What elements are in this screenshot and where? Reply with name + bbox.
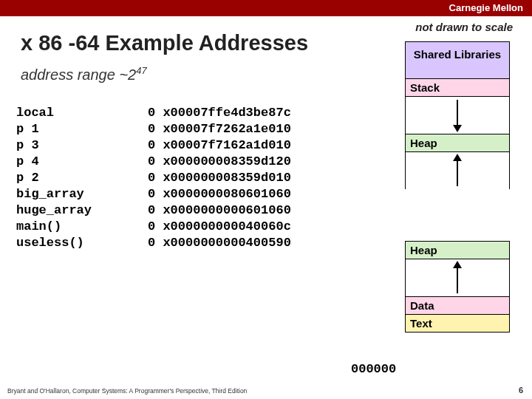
svg-marker-3: [453, 154, 462, 161]
sym-row: p 2: [16, 170, 92, 186]
slide-title: x 86 -64 Example Addresses: [21, 31, 308, 55]
sym-row: p 4: [16, 154, 92, 170]
address-range-subtitle: address range ~247: [21, 65, 147, 83]
addr-row: 0 x000000008359d010: [148, 170, 291, 186]
gap-heap-data: [405, 259, 510, 296]
memory-map: Shared Libraries Stack Heap Heap Data Te…: [405, 41, 510, 332]
sym-row: huge_array: [16, 202, 92, 219]
arrow-up-icon: [450, 152, 465, 189]
region-data: Data: [405, 296, 510, 314]
subtitle-prefix: address range ~2: [21, 66, 136, 83]
addr-row: 0 x0000000080601060: [148, 186, 291, 202]
addr-row: 0 x0000000000400590: [148, 235, 291, 251]
sym-row: local: [16, 105, 92, 121]
arrow-up-icon: [450, 259, 465, 296]
addr-row: 0 x000000008359d120: [148, 154, 291, 170]
sym-row: useless(): [16, 235, 92, 251]
subtitle-exponent: 47: [136, 65, 146, 76]
region-heap-upper: Heap: [405, 134, 510, 152]
addr-row: 0 x0000000000601060: [148, 202, 291, 219]
page-number: 6: [519, 386, 523, 395]
region-stack: Stack: [405, 78, 510, 97]
region-text: Text: [405, 314, 510, 332]
zero-address-label: 000000: [351, 362, 396, 376]
addr-row: 0 x000000000040060c: [148, 219, 291, 235]
not-drawn-label: not drawn to scale: [415, 21, 513, 33]
symbol-names-column: local p 1 p 3 p 4 p 2 big_array huge_arr…: [16, 105, 92, 251]
brand-text: Carnegie Mellon: [449, 2, 523, 13]
gap-heap: [405, 152, 510, 189]
sym-row: big_array: [16, 186, 92, 202]
large-gap: [405, 189, 510, 241]
svg-marker-1: [453, 125, 462, 132]
arrow-down-icon: [450, 97, 465, 134]
svg-marker-5: [453, 261, 462, 268]
addresses-column: 0 x00007ffe4d3be87c 0 x00007f7262a1e010 …: [148, 105, 291, 251]
addr-row: 0 x00007ffe4d3be87c: [148, 105, 291, 121]
sym-row: p 3: [16, 137, 92, 154]
region-shared-libs: Shared Libraries: [405, 41, 510, 78]
sym-row: p 1: [16, 121, 92, 137]
gap-stack-heap: [405, 97, 510, 134]
brand-bar: Carnegie Mellon: [0, 0, 532, 16]
sym-row: main(): [16, 219, 92, 235]
footer-citation: Bryant and O'Hallaron, Computer Systems:…: [7, 387, 247, 395]
addr-row: 0 x00007f7162a1d010: [148, 137, 291, 154]
region-heap-lower: Heap: [405, 241, 510, 259]
addr-row: 0 x00007f7262a1e010: [148, 121, 291, 137]
